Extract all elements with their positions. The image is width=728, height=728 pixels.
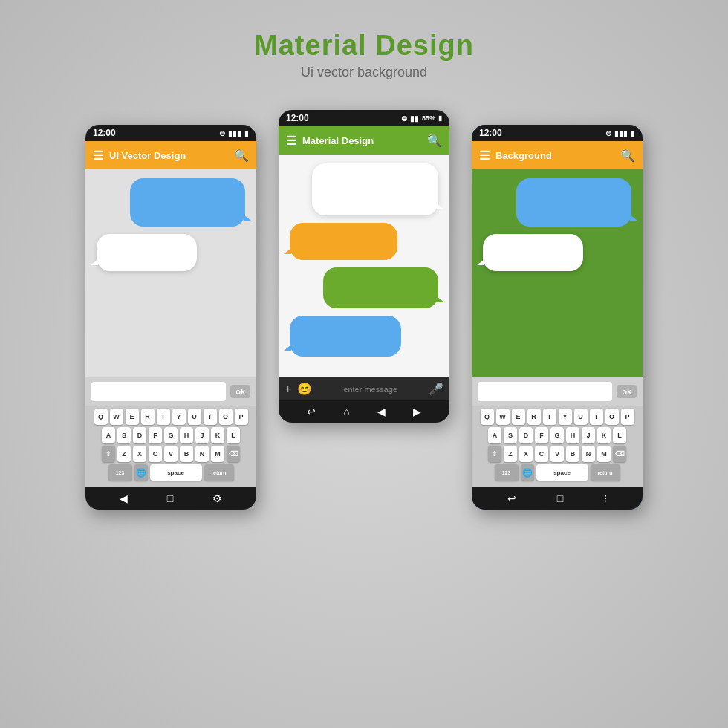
- key-e[interactable]: E: [512, 409, 525, 425]
- key-n[interactable]: N: [195, 446, 209, 462]
- key-u[interactable]: U: [574, 409, 588, 425]
- key-k[interactable]: K: [211, 427, 224, 443]
- key-n[interactable]: N: [582, 446, 595, 462]
- nav-grid-icon[interactable]: ⁝: [604, 493, 607, 504]
- phones-container: 12:00 ⊜ ▮▮▮ ▮ ☰ UI Vector Design 🔍 ok: [85, 110, 643, 510]
- key-w[interactable]: W: [496, 409, 510, 425]
- key-backspace[interactable]: ⌫: [613, 446, 626, 462]
- key-h[interactable]: H: [566, 427, 579, 443]
- phone1-app-title: UI Vector Design: [109, 150, 186, 161]
- key-backspace[interactable]: ⌫: [227, 446, 240, 462]
- nav-back-icon[interactable]: ↩: [307, 406, 316, 417]
- emoji-icon[interactable]: 😊: [297, 382, 312, 396]
- key-f[interactable]: F: [535, 427, 548, 443]
- battery-icon: ▮: [438, 114, 442, 122]
- key-v[interactable]: V: [164, 446, 178, 462]
- phone2: 12:00 ⊜ ▮▮ 85% ▮ ☰ Material Design 🔍 +: [279, 110, 449, 423]
- key-m[interactable]: M: [211, 446, 224, 462]
- key-y[interactable]: Y: [172, 409, 186, 425]
- key-return[interactable]: return: [591, 464, 620, 481]
- key-x[interactable]: X: [519, 446, 533, 462]
- phone3-text-input[interactable]: [478, 382, 612, 401]
- key-c[interactable]: C: [535, 446, 548, 462]
- key-s[interactable]: S: [504, 427, 517, 443]
- key-return[interactable]: return: [204, 464, 234, 481]
- phone2-app-bar-left: ☰ Material Design: [286, 134, 374, 148]
- key-k[interactable]: K: [597, 427, 611, 443]
- search-icon[interactable]: 🔍: [427, 134, 442, 148]
- key-c[interactable]: C: [149, 446, 162, 462]
- key-b[interactable]: B: [180, 446, 193, 462]
- search-icon[interactable]: 🔍: [234, 149, 249, 163]
- key-t[interactable]: T: [157, 409, 170, 425]
- key-d[interactable]: D: [519, 427, 533, 443]
- phone2-msg-placeholder[interactable]: enter message: [318, 385, 423, 394]
- phone3-ok-button[interactable]: ok: [617, 385, 637, 398]
- add-icon[interactable]: +: [285, 383, 291, 396]
- hamburger-icon[interactable]: ☰: [479, 149, 490, 163]
- key-a[interactable]: A: [102, 427, 115, 443]
- header-title: Material Design: [254, 30, 474, 62]
- nav-back2-icon[interactable]: ◀: [377, 406, 386, 417]
- nav-square-icon[interactable]: □: [557, 493, 563, 504]
- key-globe[interactable]: 🌐: [521, 464, 534, 481]
- search-icon[interactable]: 🔍: [620, 149, 635, 163]
- key-r[interactable]: R: [527, 409, 541, 425]
- key-e[interactable]: E: [126, 409, 139, 425]
- key-q[interactable]: Q: [94, 409, 108, 425]
- phone2-bubble2: [290, 223, 397, 260]
- key-space[interactable]: space: [150, 464, 202, 481]
- key-z[interactable]: Z: [504, 446, 517, 462]
- nav-home-icon[interactable]: ⌂: [343, 406, 349, 417]
- phone2-chat-area: [279, 155, 449, 377]
- nav-back-icon[interactable]: ◀: [120, 493, 128, 504]
- phone1-text-input[interactable]: [91, 382, 226, 401]
- key-l[interactable]: L: [227, 427, 240, 443]
- key-y[interactable]: Y: [559, 409, 572, 425]
- key-o[interactable]: O: [219, 409, 233, 425]
- key-123[interactable]: 123: [495, 464, 519, 481]
- nav-settings-icon[interactable]: ⚙: [212, 493, 222, 504]
- key-i[interactable]: I: [590, 409, 603, 425]
- phone1-ok-button[interactable]: ok: [230, 385, 250, 398]
- key-globe[interactable]: 🌐: [134, 464, 148, 481]
- key-l[interactable]: L: [613, 427, 626, 443]
- key-d[interactable]: D: [133, 427, 146, 443]
- nav-home-icon[interactable]: □: [167, 493, 173, 504]
- key-123[interactable]: 123: [108, 464, 132, 481]
- hamburger-icon[interactable]: ☰: [93, 149, 103, 163]
- key-p[interactable]: P: [235, 409, 248, 425]
- phone3-bubble2: [483, 234, 583, 271]
- key-s[interactable]: S: [117, 427, 131, 443]
- nav-back-icon[interactable]: ↩: [507, 493, 516, 504]
- key-shift[interactable]: ⇧: [102, 446, 115, 462]
- key-t[interactable]: T: [543, 409, 556, 425]
- key-x[interactable]: X: [133, 446, 146, 462]
- key-r[interactable]: R: [141, 409, 155, 425]
- key-g[interactable]: G: [550, 427, 564, 443]
- phone3-chat-area: [472, 169, 643, 377]
- key-g[interactable]: G: [164, 427, 178, 443]
- key-space[interactable]: space: [536, 464, 588, 481]
- mic-icon[interactable]: 🎤: [429, 382, 443, 396]
- nav-forward-icon[interactable]: ▶: [413, 406, 421, 417]
- key-f[interactable]: F: [149, 427, 162, 443]
- phone1-status-icons: ⊜ ▮▮▮ ▮: [219, 129, 249, 137]
- key-p[interactable]: P: [621, 409, 634, 425]
- key-j[interactable]: J: [195, 427, 209, 443]
- key-a[interactable]: A: [488, 427, 501, 443]
- key-v[interactable]: V: [550, 446, 564, 462]
- hamburger-icon[interactable]: ☰: [286, 134, 296, 148]
- key-h[interactable]: H: [180, 427, 193, 443]
- key-o[interactable]: O: [605, 409, 619, 425]
- key-m[interactable]: M: [597, 446, 611, 462]
- key-z[interactable]: Z: [117, 446, 131, 462]
- key-shift[interactable]: ⇧: [488, 446, 501, 462]
- key-i[interactable]: I: [204, 409, 217, 425]
- key-u[interactable]: U: [188, 409, 201, 425]
- key-j[interactable]: J: [582, 427, 595, 443]
- key-q[interactable]: Q: [481, 409, 494, 425]
- key-b[interactable]: B: [566, 446, 579, 462]
- key-w[interactable]: W: [110, 409, 123, 425]
- phone3-app-bar-left: ☰ Background: [479, 149, 552, 163]
